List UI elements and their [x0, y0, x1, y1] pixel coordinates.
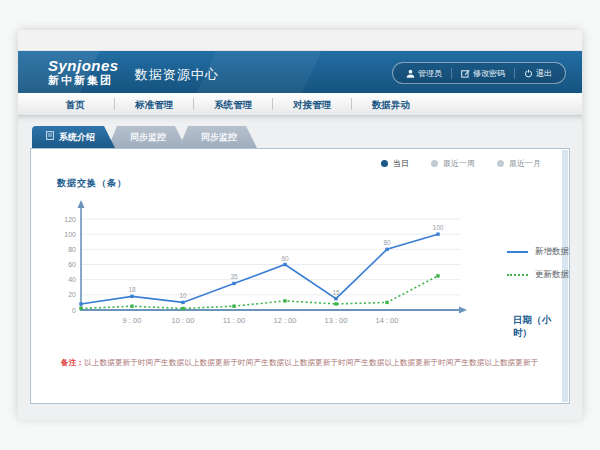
data-point	[436, 274, 439, 277]
point-value-label: 15	[332, 289, 340, 296]
legend-line-swatch	[507, 274, 528, 276]
data-point	[385, 301, 388, 304]
y-axis-title: 数据交换（条）	[57, 177, 569, 190]
page-title: 数据资源中心	[135, 66, 219, 84]
nav-item-interface[interactable]: 对接管理	[273, 94, 351, 115]
app-window: Synjones 新中新集团 数据资源中心 管理员 修改密码 退出	[18, 30, 582, 418]
tab-label: 同步监控	[130, 126, 166, 148]
chart-container: 0204060801001209 : 0010 : 0011 : 0012 : …	[45, 192, 569, 336]
nav-item-data-change[interactable]: 数据异动	[352, 94, 430, 115]
footnote-label: 备注：	[61, 358, 84, 367]
data-point	[283, 263, 286, 266]
radio-last-month[interactable]: 最近一月	[497, 158, 541, 169]
point-value-label: 100	[433, 224, 444, 231]
company-logo: Synjones 新中新集团	[48, 58, 119, 86]
point-value-label: 60	[281, 255, 289, 262]
tab-sync-monitor-2[interactable]: 同步监控	[179, 126, 257, 148]
data-point	[181, 307, 184, 310]
y-tick-label: 40	[68, 276, 76, 283]
data-point	[79, 307, 82, 310]
logout-label: 退出	[536, 68, 552, 79]
chart-panel: 当日 最近一周 最近一月 数据交换（条） 0204060801001209 : …	[30, 148, 570, 404]
x-tick-label: 11 : 00	[223, 316, 245, 325]
legend-label: 更新数据	[535, 269, 569, 281]
line-chart: 0204060801001209 : 0010 : 0011 : 0012 : …	[45, 192, 481, 332]
current-user-label: 管理员	[418, 68, 442, 79]
y-axis-arrow	[78, 200, 85, 208]
data-point	[181, 301, 184, 304]
legend-line-swatch	[507, 251, 528, 253]
radio-dot	[497, 160, 504, 167]
x-axis-title: 日期（小时）	[513, 314, 569, 340]
y-tick-label: 20	[68, 291, 76, 298]
logo-wordmark: Synjones	[48, 58, 119, 73]
x-tick-label: 9 : 00	[123, 316, 142, 325]
edit-icon	[461, 69, 470, 78]
nav-item-system[interactable]: 系统管理	[194, 94, 272, 115]
chart-legend: 新增数据 更新数据	[507, 246, 569, 292]
radio-label: 当日	[393, 158, 409, 169]
current-user[interactable]: 管理员	[397, 68, 451, 79]
data-point	[334, 297, 337, 300]
radio-dot	[381, 160, 388, 167]
point-value-label: 18	[128, 286, 136, 293]
tab-bar: 系统介绍 同步监控 同步监控	[32, 126, 570, 148]
x-tick-label: 14 : 00	[376, 316, 399, 325]
y-tick-label: 0	[72, 307, 76, 314]
change-password-button[interactable]: 修改密码	[451, 68, 514, 79]
app-header: Synjones 新中新集团 数据资源中心 管理员 修改密码 退出	[18, 51, 582, 93]
x-tick-label: 12 : 00	[274, 316, 297, 325]
change-password-label: 修改密码	[473, 68, 505, 79]
radio-today[interactable]: 当日	[381, 158, 409, 169]
point-value-label: 80	[383, 239, 391, 246]
radio-label: 最近一月	[509, 158, 541, 169]
main-nav: 首页 标准管理 系统管理 对接管理 数据异动	[18, 93, 582, 116]
y-tick-label: 100	[64, 231, 76, 238]
tab-sync-monitor-1[interactable]: 同步监控	[108, 126, 186, 148]
document-icon	[46, 126, 54, 148]
user-toolbar: 管理员 修改密码 退出	[392, 62, 566, 84]
logo-chinese-name: 新中新集团	[48, 75, 119, 86]
radio-label: 最近一周	[443, 158, 475, 169]
data-point	[232, 282, 235, 285]
y-tick-label: 60	[68, 261, 76, 268]
y-tick-label: 80	[68, 246, 76, 253]
legend-update-data[interactable]: 更新数据	[507, 269, 569, 281]
radio-last-week[interactable]: 最近一周	[431, 158, 475, 169]
data-point	[130, 305, 133, 308]
data-point	[130, 295, 133, 298]
point-value-label: 10	[179, 292, 187, 299]
tab-label: 系统介绍	[59, 126, 95, 148]
x-tick-label: 13 : 00	[325, 316, 348, 325]
nav-item-standards[interactable]: 标准管理	[115, 94, 193, 115]
x-axis-arrow	[459, 307, 467, 314]
power-icon	[524, 69, 533, 78]
logout-button[interactable]: 退出	[514, 68, 561, 79]
radio-dot	[431, 160, 438, 167]
range-filter-group: 当日 最近一周 最近一月	[31, 157, 541, 169]
legend-new-data[interactable]: 新增数据	[507, 246, 569, 258]
content-area: 系统介绍 同步监控 同步监控 当日 最近一周	[18, 116, 582, 420]
tab-system-intro[interactable]: 系统介绍	[32, 126, 115, 148]
data-point	[334, 302, 337, 305]
data-point	[283, 299, 286, 302]
x-tick-label: 10 : 00	[172, 316, 195, 325]
tab-label: 同步监控	[201, 126, 237, 148]
legend-label: 新增数据	[535, 246, 569, 258]
data-point	[385, 248, 388, 251]
nav-item-home[interactable]: 首页	[36, 94, 114, 115]
user-icon	[406, 69, 415, 78]
point-value-label: 35	[230, 273, 238, 280]
data-point	[436, 232, 439, 235]
data-point	[232, 305, 235, 308]
footnote-text: 以上数据更新于时间产生数据以上数据更新于时间产生数据以上数据更新于时间产生数据以…	[84, 358, 538, 367]
window-top-strip	[18, 30, 582, 51]
y-tick-label: 120	[64, 216, 76, 223]
data-point	[79, 302, 82, 305]
footnote: 备注：以上数据更新于时间产生数据以上数据更新于时间产生数据以上数据更新于时间产生…	[61, 358, 569, 368]
